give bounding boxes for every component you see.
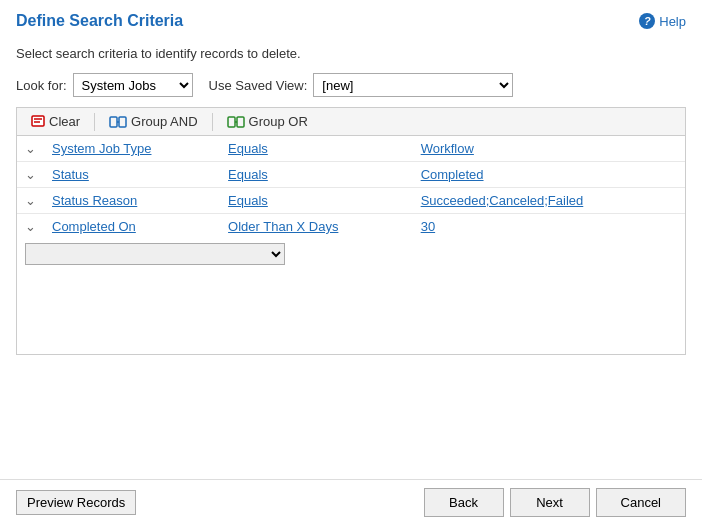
group-or-button[interactable]: Group OR: [219, 112, 316, 131]
saved-view-select[interactable]: [new]: [313, 73, 513, 97]
svg-rect-4: [119, 117, 126, 127]
svg-rect-7: [237, 117, 244, 127]
clear-button[interactable]: Clear: [23, 112, 88, 131]
saved-view-label: Use Saved View:: [209, 78, 308, 93]
group-and-icon: [109, 115, 127, 129]
svg-rect-0: [32, 116, 44, 126]
value-link-0[interactable]: Workflow: [421, 141, 474, 156]
clear-icon: [31, 115, 45, 129]
operator-link-2[interactable]: Equals: [228, 193, 268, 208]
look-for-select[interactable]: System Jobs: [73, 73, 193, 97]
field-link-1[interactable]: Status: [52, 167, 89, 182]
help-link[interactable]: ? Help: [639, 13, 686, 29]
table-row: ⌄ Completed On Older Than X Days 30: [17, 214, 685, 240]
next-button[interactable]: Next: [510, 488, 590, 517]
clear-label: Clear: [49, 114, 80, 129]
divider2: [212, 113, 213, 131]
preview-records-button[interactable]: Preview Records: [16, 490, 136, 515]
field-link-0[interactable]: System Job Type: [52, 141, 151, 156]
field-link-3[interactable]: Completed On: [52, 219, 136, 234]
row-chevron-1[interactable]: ⌄: [17, 162, 44, 188]
operator-link-0[interactable]: Equals: [228, 141, 268, 156]
group-or-label: Group OR: [249, 114, 308, 129]
table-row: ⌄ System Job Type Equals Workflow: [17, 136, 685, 162]
group-or-icon: [227, 115, 245, 129]
help-icon: ?: [639, 13, 655, 29]
row-chevron-3[interactable]: ⌄: [17, 214, 44, 240]
operator-link-1[interactable]: Equals: [228, 167, 268, 182]
group-and-label: Group AND: [131, 114, 197, 129]
value-link-1[interactable]: Completed: [421, 167, 484, 182]
group-and-button[interactable]: Group AND: [101, 112, 205, 131]
divider: [94, 113, 95, 131]
field-link-2[interactable]: Status Reason: [52, 193, 137, 208]
page-subtitle: Select search criteria to identify recor…: [0, 38, 702, 73]
back-button[interactable]: Back: [424, 488, 504, 517]
row-chevron-0[interactable]: ⌄: [17, 136, 44, 162]
value-link-3[interactable]: 30: [421, 219, 435, 234]
svg-rect-6: [228, 117, 235, 127]
criteria-table: ⌄ System Job Type Equals Workflow ⌄ Stat…: [17, 136, 685, 239]
look-for-label: Look for:: [16, 78, 67, 93]
cancel-button[interactable]: Cancel: [596, 488, 686, 517]
row-chevron-2[interactable]: ⌄: [17, 188, 44, 214]
value-link-2[interactable]: Succeeded;Canceled;Failed: [421, 193, 584, 208]
add-criteria-select[interactable]: [25, 243, 285, 265]
table-row: ⌄ Status Equals Completed: [17, 162, 685, 188]
operator-link-3[interactable]: Older Than X Days: [228, 219, 338, 234]
help-label: Help: [659, 14, 686, 29]
table-row: ⌄ Status Reason Equals Succeeded;Cancele…: [17, 188, 685, 214]
svg-rect-3: [110, 117, 117, 127]
page-title: Define Search Criteria: [16, 12, 183, 30]
